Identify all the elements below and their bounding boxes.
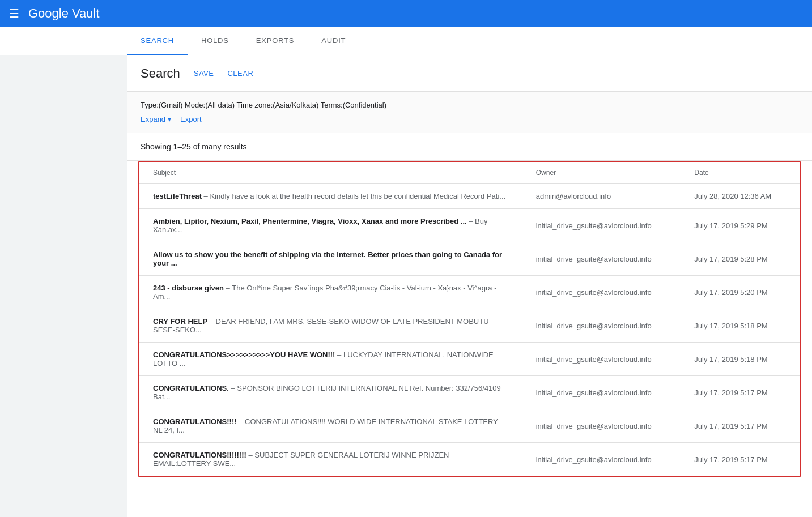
subject-bold-text: Ambien, Lipitor, Nexium, Paxil, Phenterm…	[153, 217, 467, 225]
table-row[interactable]: 243 - disburse given – The Onl*ine Super…	[139, 276, 800, 309]
cell-date: July 17, 2019 5:17 PM	[681, 443, 800, 476]
col-header-date: Date	[681, 162, 800, 184]
cell-date: July 17, 2019 5:29 PM	[681, 209, 800, 242]
app-title: Google Vault	[28, 6, 100, 21]
cell-owner: admin@avlorcloud.info	[522, 184, 681, 209]
cell-date: July 28, 2020 12:36 AM	[681, 184, 800, 209]
cell-subject: CONGRATULATIONS!!!!!!!! – SUBJECT SUPER …	[139, 443, 522, 476]
cell-date: July 17, 2019 5:20 PM	[681, 276, 800, 309]
export-link[interactable]: Export	[180, 115, 202, 123]
results-info: Showing 1–25 of many results	[127, 133, 812, 161]
table-row[interactable]: Ambien, Lipitor, Nexium, Paxil, Phenterm…	[139, 209, 800, 242]
results-table: Subject Owner Date testLifeThreat – Kind…	[139, 162, 800, 476]
cell-date: July 17, 2019 5:17 PM	[681, 376, 800, 409]
cell-owner: initial_drive_gsuite@avlorcloud.info	[522, 376, 681, 409]
query-box: Type:(Gmail) Mode:(All data) Time zone:(…	[127, 92, 812, 133]
subject-bold-text: CONGRATULATIONS!!!!	[153, 417, 237, 426]
table-row[interactable]: testLifeThreat – Kindly have a look at t…	[139, 184, 800, 209]
cell-subject: Ambien, Lipitor, Nexium, Paxil, Phenterm…	[139, 209, 522, 242]
page-title: Search	[141, 66, 180, 81]
save-button[interactable]: SAVE	[189, 65, 219, 82]
subject-bold-text: Allow us to show you the benefit of ship…	[153, 250, 502, 267]
cell-date: July 17, 2019 5:17 PM	[681, 409, 800, 443]
expand-link[interactable]: Expand ▾	[141, 115, 171, 123]
subject-bold-text: testLifeThreat	[153, 192, 202, 200]
subject-bold-text: CRY FOR HELP	[153, 317, 207, 326]
subject-bold-text: CONGRATULATIONS.	[153, 384, 229, 392]
cell-subject: 243 - disburse given – The Onl*ine Super…	[139, 276, 522, 309]
cell-date: July 17, 2019 5:18 PM	[681, 343, 800, 376]
subject-bold-text: CONGRATULATIONS!!!!!!!!	[153, 451, 246, 459]
cell-owner: initial_drive_gsuite@avlorcloud.info	[522, 443, 681, 476]
cell-date: July 17, 2019 5:28 PM	[681, 242, 800, 276]
cell-date: July 17, 2019 5:18 PM	[681, 309, 800, 343]
cell-subject: CONGRATULATIONS. – SPONSOR BINGO LOTTERI…	[139, 376, 522, 409]
cell-subject: CONGRATULATIONS>>>>>>>>>>YOU HAVE WON!!!…	[139, 343, 522, 376]
subject-normal-text: – Kindly have a look at the health recor…	[202, 192, 505, 200]
table-row[interactable]: CONGRATULATIONS!!!! – CONGRATULATIONS!!!…	[139, 409, 800, 443]
cell-owner: initial_drive_gsuite@avlorcloud.info	[522, 343, 681, 376]
table-row[interactable]: Allow us to show you the benefit of ship…	[139, 242, 800, 276]
tab-holds[interactable]: HOLDS	[188, 27, 243, 55]
cell-owner: initial_drive_gsuite@avlorcloud.info	[522, 309, 681, 343]
cell-subject: testLifeThreat – Kindly have a look at t…	[139, 184, 522, 209]
menu-icon[interactable]: ☰	[9, 7, 19, 20]
col-header-owner: Owner	[522, 162, 681, 184]
results-wrapper: Subject Owner Date testLifeThreat – Kind…	[138, 161, 801, 477]
table-row[interactable]: CONGRATULATIONS. – SPONSOR BINGO LOTTERI…	[139, 376, 800, 409]
content-panel: Search SAVE CLEAR Type:(Gmail) Mode:(All…	[127, 55, 812, 517]
cell-owner: initial_drive_gsuite@avlorcloud.info	[522, 276, 681, 309]
expand-label: Expand	[141, 115, 165, 123]
tab-audit[interactable]: AUDIT	[308, 27, 359, 55]
table-row[interactable]: CONGRATULATIONS>>>>>>>>>>YOU HAVE WON!!!…	[139, 343, 800, 376]
table-header-row: Subject Owner Date	[139, 162, 800, 184]
table-row[interactable]: CRY FOR HELP – DEAR FRIEND, I AM MRS. SE…	[139, 309, 800, 343]
tab-search[interactable]: SEARCH	[127, 27, 188, 55]
subject-bold-text: 243 - disburse given	[153, 284, 224, 292]
subject-bold-text: CONGRATULATIONS>>>>>>>>>>YOU HAVE WON!!!	[153, 351, 335, 359]
table-row[interactable]: CONGRATULATIONS!!!!!!!! – SUBJECT SUPER …	[139, 443, 800, 476]
cell-subject: Allow us to show you the benefit of ship…	[139, 242, 522, 276]
cell-owner: initial_drive_gsuite@avlorcloud.info	[522, 409, 681, 443]
main-area: SEARCH HOLDS EXPORTS AUDIT Search SAVE C…	[0, 27, 812, 517]
chevron-down-icon: ▾	[168, 116, 171, 123]
cell-owner: initial_drive_gsuite@avlorcloud.info	[522, 209, 681, 242]
cell-subject: CONGRATULATIONS!!!! – CONGRATULATIONS!!!…	[139, 409, 522, 443]
tabs-bar: SEARCH HOLDS EXPORTS AUDIT	[0, 27, 812, 55]
query-actions: Expand ▾ Export	[141, 115, 798, 123]
col-header-subject: Subject	[139, 162, 522, 184]
topbar: ☰ Google Vault	[0, 0, 812, 27]
search-header: Search SAVE CLEAR	[127, 55, 812, 92]
tab-exports[interactable]: EXPORTS	[243, 27, 308, 55]
clear-button[interactable]: CLEAR	[223, 65, 258, 82]
cell-owner: initial_drive_gsuite@avlorcloud.info	[522, 242, 681, 276]
query-text: Type:(Gmail) Mode:(All data) Time zone:(…	[141, 101, 798, 109]
cell-subject: CRY FOR HELP – DEAR FRIEND, I AM MRS. SE…	[139, 309, 522, 343]
